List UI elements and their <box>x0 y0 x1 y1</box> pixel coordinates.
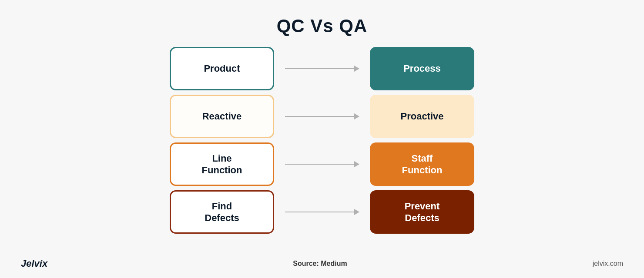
right-column: Process Proactive StaffFunction PreventD… <box>370 47 474 234</box>
box-find-defects: FindDefects <box>170 190 274 234</box>
arrow-row-4 <box>274 190 370 234</box>
arrow-row-2 <box>274 95 370 138</box>
arrow-row-1 <box>274 47 370 90</box>
page-title: QC Vs QA <box>277 16 368 36</box>
arrow-product-process <box>285 68 359 69</box>
box-product: Product <box>170 47 274 90</box>
box-proactive: Proactive <box>370 95 474 138</box>
footer: Jelvíx Source: Medium jelvix.com <box>0 258 644 269</box>
box-line-function: LineFunction <box>170 142 274 186</box>
box-staff-function: StaffFunction <box>370 142 474 186</box>
footer-source: Source: Medium <box>293 260 347 268</box>
arrow-row-3 <box>274 142 370 186</box>
box-reactive: Reactive <box>170 95 274 138</box>
footer-brand: Jelvíx <box>21 258 47 269</box>
footer-url: jelvix.com <box>593 260 623 268</box>
arrow-find-prevent <box>285 212 359 212</box>
diagram-area: Product Reactive LineFunction FindDefect… <box>126 47 518 234</box>
box-process: Process <box>370 47 474 90</box>
arrows-column <box>274 47 370 234</box>
arrow-line-staff <box>285 164 359 165</box>
box-prevent-defects: PreventDefects <box>370 190 474 234</box>
left-column: Product Reactive LineFunction FindDefect… <box>170 47 274 234</box>
arrow-reactive-proactive <box>285 116 359 117</box>
